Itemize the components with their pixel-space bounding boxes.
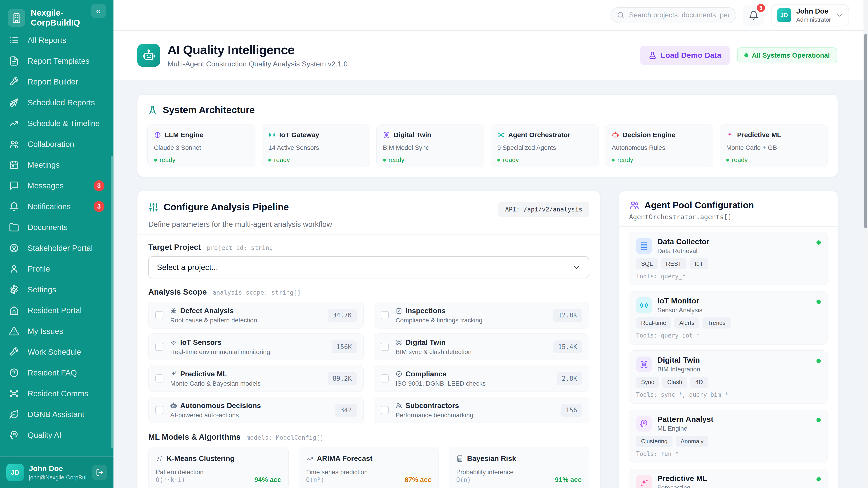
leaf-icon (9, 410, 19, 419)
sidebar-item[interactable]: Profile (0, 258, 114, 279)
sidebar-user-info: John Doe john@Nexgile-CorpBuil... (29, 464, 87, 481)
scope-option-header: Subcontractors (396, 401, 473, 410)
sidebar-item-label: Settings (28, 285, 56, 294)
scope-option[interactable]: Compliance ISO 9001, DGNB, LEED checks 2… (374, 365, 589, 392)
component-name: Predictive ML (737, 131, 781, 139)
checkbox[interactable] (155, 343, 163, 351)
sidebar-item[interactable]: Messages 3 (0, 175, 114, 196)
component-header: Predictive ML (726, 131, 821, 139)
warning-icon (9, 326, 19, 336)
agent-tools: Tools: query_* (636, 273, 821, 280)
agent-online-dot (816, 418, 821, 422)
agent-name: Digital Twin (657, 356, 700, 364)
global-search[interactable] (611, 7, 736, 23)
agent-tag: Clash (662, 377, 687, 388)
system-architecture-card: System Architecture LLM Engine Claude 3 … (137, 94, 838, 177)
agent-tag: Clustering (636, 436, 673, 447)
checkbox[interactable] (155, 311, 163, 319)
checkbox[interactable] (381, 406, 389, 414)
sidebar-item[interactable]: Scheduled Reports (0, 92, 114, 113)
checkbox[interactable] (381, 311, 389, 319)
component-description: Claude 3 Sonnet (154, 144, 249, 151)
sidebar-item[interactable]: All Reports (0, 36, 114, 51)
sidebar-item[interactable]: Quality AI (0, 425, 114, 446)
signal-icon (268, 131, 276, 138)
sidebar-item[interactable]: Resident Portal (0, 300, 114, 321)
project-select[interactable]: Select a project... (148, 256, 589, 278)
sidebar-item[interactable]: Settings (0, 279, 114, 300)
section-title: Configure Analysis Pipeline (164, 202, 289, 213)
sidebar-item-badge: 3 (94, 180, 104, 191)
scope-option[interactable]: Subcontractors Performance benchmarking … (374, 397, 589, 423)
sidebar-item[interactable]: Collaboration (0, 134, 114, 155)
sidebar-item[interactable]: Meetings (0, 155, 114, 175)
component-description: 9 Specialized Agents (497, 144, 592, 151)
checkbox[interactable] (155, 406, 163, 414)
avatar: JD (6, 464, 24, 481)
scope-option[interactable]: Digital Twin BIM sync & clash detection … (374, 333, 589, 360)
scope-option-header: Digital Twin (396, 338, 471, 347)
agent-text: Digital Twin BIM Integration (657, 356, 700, 373)
checkbox[interactable] (381, 343, 389, 351)
scope-option-header: Inspections (396, 306, 483, 315)
sidebar-item[interactable]: DGNB Assistant (0, 404, 114, 425)
scope-option[interactable]: Inspections Compliance & findings tracki… (374, 302, 589, 328)
field-type-hint: models: ModelConfig[] (246, 434, 323, 441)
sidebar-item[interactable]: Resident FAQ (0, 362, 114, 383)
component-name: Digital Twin (394, 131, 431, 139)
sidebar-collapse-button[interactable]: « (91, 4, 106, 18)
sidebar-item[interactable]: Stakeholder Portal (0, 238, 114, 258)
sidebar-item[interactable]: Report Templates (0, 51, 114, 71)
gear-icon (9, 285, 19, 295)
page-scrollbar-thumb[interactable] (864, 34, 867, 228)
logout-button[interactable] (92, 465, 107, 480)
sidebar-item[interactable]: Resident Comms (0, 383, 114, 404)
section-title: Agent Pool Configuration (645, 200, 754, 210)
sidebar-item[interactable]: Report Builder (0, 71, 114, 92)
sidebar-item[interactable]: My Issues (0, 321, 114, 341)
notifications-button[interactable]: 3 (743, 4, 764, 26)
sidebar-item[interactable]: Work Schedule (0, 341, 114, 362)
agent-list: Data Collector Data Retrieval SQLRESTIoT… (629, 232, 828, 488)
ml-model-name: K-Means Clustering (166, 454, 235, 463)
scope-option[interactable]: Defect Analysis Root cause & pattern det… (148, 302, 364, 328)
architecture-component-card: LLM Engine Claude 3 Sonnet ready (147, 125, 255, 167)
load-demo-data-button[interactable]: Load Demo Data (640, 46, 730, 65)
trendline-icon (306, 455, 313, 462)
scope-option-description: BIM sync & clash detection (396, 348, 471, 356)
ready-label: ready (732, 156, 748, 164)
agent-tag: Trends (703, 318, 731, 328)
notification-count-badge: 3 (756, 3, 766, 13)
target-project-label-row: Target Project project_id: string (148, 242, 589, 252)
status-dot (744, 53, 748, 57)
agent-name: Predictive ML (657, 474, 707, 483)
sidebar-item-label: Work Schedule (28, 348, 81, 357)
sidebar-item-label: Schedule & Timeline (28, 119, 100, 128)
search-icon (617, 11, 625, 19)
page-content: System Architecture LLM Engine Claude 3 … (114, 80, 868, 488)
agent-header: Data Collector Data Retrieval (636, 237, 821, 255)
analysis-scope-label-row: Analysis Scope analysis_scope: string[] (148, 287, 589, 296)
sidebar-item[interactable]: Notifications 3 (0, 196, 114, 217)
checkbox[interactable] (381, 375, 389, 383)
component-description: Autonomous Rules (612, 144, 707, 151)
cube-icon (640, 360, 649, 369)
sidebar-item[interactable]: Schedule & Timeline (0, 113, 114, 134)
main-area: 3 JD John Doe Administrator AI Quality I… (114, 0, 868, 488)
sidebar-nav: All Reports Report Templates Report Buil… (0, 36, 114, 456)
page-scrollbar[interactable] (864, 0, 868, 488)
field-type-hint: analysis_scope: string[] (213, 289, 301, 296)
scope-option-text: Defect Analysis Root cause & pattern det… (170, 306, 257, 324)
scatter-icon (156, 455, 163, 462)
user-menu[interactable]: JD John Doe Administrator (771, 4, 849, 26)
scope-option[interactable]: Autonomous Decisions AI-powered auto-act… (148, 397, 364, 423)
scope-option[interactable]: IoT Sensors Real-time environmental moni… (148, 333, 364, 360)
scope-option[interactable]: Predictive ML Monte Carlo & Bayesian mod… (148, 365, 364, 392)
sidebar-item-label: Meetings (28, 160, 60, 169)
user-name: John Doe (796, 7, 831, 15)
search-input[interactable] (629, 11, 730, 20)
checkbox[interactable] (155, 375, 163, 383)
sidebar-item[interactable]: Documents (0, 217, 114, 238)
agent-tag: Alerts (674, 318, 699, 328)
sidebar-scrollbar-thumb[interactable] (111, 156, 113, 449)
